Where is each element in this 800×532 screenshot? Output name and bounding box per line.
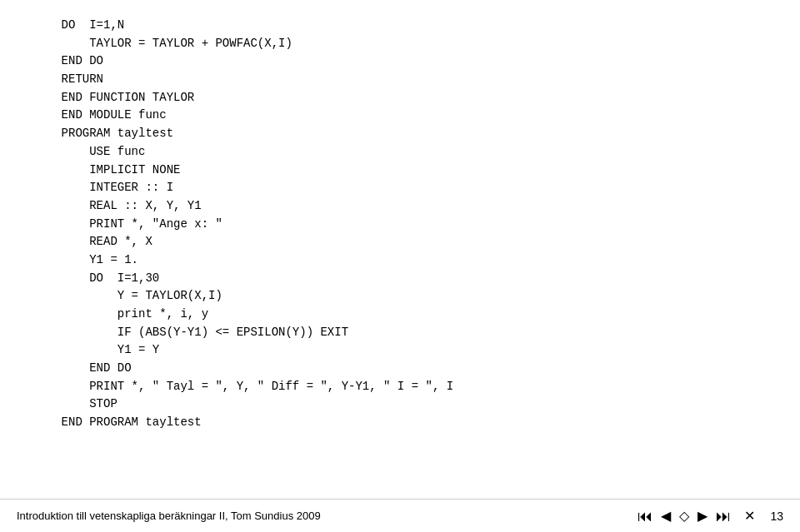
rewind-button[interactable]: ⏮ (636, 509, 654, 524)
footer-text: Introduktion till vetenskapliga beräknin… (17, 510, 636, 522)
code-block: DO I=1,N TAYLOR = TAYLOR + POWFAC(X,I) E… (33, 17, 767, 432)
next-button[interactable]: ▶ (696, 510, 709, 523)
main-content: DO I=1,N TAYLOR = TAYLOR + POWFAC(X,I) E… (0, 0, 800, 499)
footer-controls: ⏮ ◀ ◇ ▶ ⏭ ✕ 13 (636, 508, 783, 524)
diamond-button[interactable]: ◇ (678, 510, 691, 523)
prev-button[interactable]: ◀ (659, 510, 672, 523)
fastforward-button[interactable]: ⏭ (714, 509, 732, 524)
close-button[interactable]: ✕ (744, 508, 755, 524)
page-number: 13 (770, 510, 783, 523)
footer: Introduktion till vetenskapliga beräknin… (0, 499, 800, 532)
